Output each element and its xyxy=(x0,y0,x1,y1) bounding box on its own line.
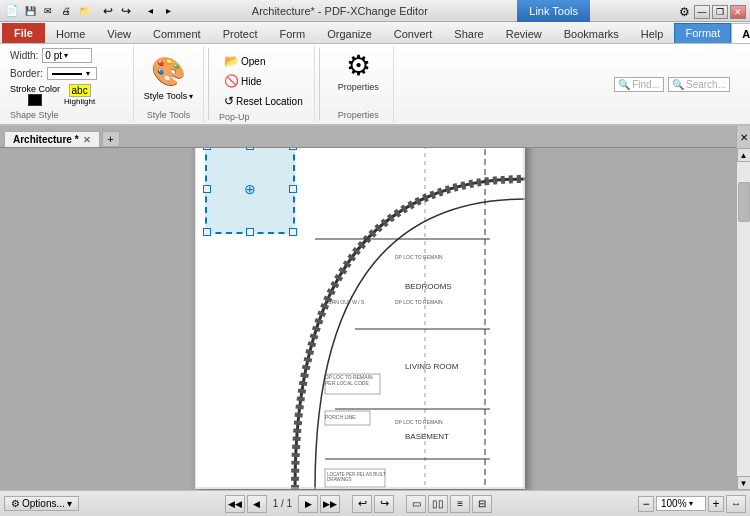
options-icon: ⚙ xyxy=(11,498,20,509)
close-button[interactable]: ✕ xyxy=(730,5,746,19)
options-button[interactable]: ⚙ Options... ▾ xyxy=(4,496,79,511)
stroke-color-btn[interactable]: Stroke Color xyxy=(10,84,60,106)
zoom-combo[interactable]: 100% ▾ xyxy=(656,496,706,511)
width-combo[interactable]: 0 pt ▾ xyxy=(42,48,92,63)
facing-view-btn[interactable]: ⊟ xyxy=(472,495,492,513)
handle-bottom-center[interactable] xyxy=(246,228,254,236)
go-back-btn[interactable]: ↩ xyxy=(352,495,372,513)
highlight-text: abc xyxy=(69,84,91,97)
popup-group-label: Pop-Up xyxy=(219,110,250,122)
sep1 xyxy=(208,48,209,120)
find-search-area: 🔍 Find... 🔍 Search... xyxy=(614,46,746,122)
ribbon-group-properties: ⚙ Properties Properties xyxy=(324,46,394,122)
tab-comment[interactable]: Comment xyxy=(142,23,212,43)
title-bar: 📄 💾 ✉ 🖨 📁 ↩ ↪ ◂ ▸ Architecture* - PDF-XC… xyxy=(0,0,750,22)
quick-print[interactable]: 🖨 xyxy=(58,3,74,19)
handle-top-right[interactable] xyxy=(289,148,297,150)
fit-width-btn[interactable]: ↔ xyxy=(726,495,746,513)
link-tools-panel: Link Tools xyxy=(517,0,590,22)
tab-protect[interactable]: Protect xyxy=(212,23,269,43)
single-page-btn[interactable]: ▭ xyxy=(406,495,426,513)
open-btn[interactable]: 📂 Open xyxy=(219,52,308,70)
doc-tab-architecture[interactable]: Architecture * ✕ xyxy=(4,131,100,147)
selection-box[interactable]: ⊕ xyxy=(205,148,295,234)
redo-btn[interactable]: ↪ xyxy=(118,3,134,19)
handle-middle-left[interactable] xyxy=(203,185,211,193)
properties-group-label: Properties xyxy=(338,108,379,120)
nav-fwd-btn[interactable]: ▸ xyxy=(160,3,176,19)
undo-btn[interactable]: ↩ xyxy=(100,3,116,19)
border-combo[interactable]: ▾ xyxy=(47,67,97,80)
minimize-button[interactable]: — xyxy=(694,5,710,19)
tab-bookmarks[interactable]: Bookmarks xyxy=(553,23,630,43)
doc-tab-add-btn[interactable]: + xyxy=(102,131,120,147)
properties-btn[interactable]: ⚙ Properties xyxy=(331,48,386,95)
scroll-view-btn[interactable]: ≡ xyxy=(450,495,470,513)
svg-text:TURN OUT W / S: TURN OUT W / S xyxy=(325,299,365,305)
tab-review[interactable]: Review xyxy=(495,23,553,43)
tab-home[interactable]: Home xyxy=(45,23,96,43)
prev-page-btn[interactable]: ◀ xyxy=(247,495,267,513)
find-bar[interactable]: 🔍 Find... xyxy=(614,77,664,92)
svg-text:PORCH LINE: PORCH LINE xyxy=(325,414,356,420)
svg-text:DP LOC TO REMAIN: DP LOC TO REMAIN xyxy=(395,299,443,305)
scroll-down-btn[interactable]: ▼ xyxy=(737,476,751,490)
scroll-up-btn[interactable]: ▲ xyxy=(737,148,751,162)
reset-location-btn[interactable]: ↺ Reset Location xyxy=(219,92,308,110)
restore-button[interactable]: ❐ xyxy=(712,5,728,19)
tab-form[interactable]: Form xyxy=(269,23,317,43)
next-page-btn[interactable]: ▶ xyxy=(298,495,318,513)
style-tools-group-label: Style Tools xyxy=(147,108,190,120)
tab-format[interactable]: Format xyxy=(674,23,731,43)
title-bar-left: 📄 💾 ✉ 🖨 📁 ↩ ↪ ◂ ▸ xyxy=(4,3,176,19)
handle-top-center[interactable] xyxy=(246,148,254,150)
status-left: ⚙ Options... ▾ xyxy=(4,496,79,511)
panel-close-btn[interactable]: ✕ xyxy=(736,126,750,148)
last-page-btn[interactable]: ▶▶ xyxy=(320,495,340,513)
status-right: − 100% ▾ + ↔ xyxy=(638,495,746,513)
quick-folder[interactable]: 📁 xyxy=(76,3,92,19)
zoom-arrow: ▾ xyxy=(689,499,693,508)
vertical-scrollbar[interactable]: ▲ ▼ xyxy=(736,148,750,490)
handle-middle-right[interactable] xyxy=(289,185,297,193)
doc-tab-close-btn[interactable]: ✕ xyxy=(83,135,91,145)
handle-bottom-right[interactable] xyxy=(289,228,297,236)
zoom-out-btn[interactable]: − xyxy=(638,496,654,512)
status-center: ◀◀ ◀ 1 / 1 ▶ ▶▶ ↩ ↪ ▭ ▯▯ ≡ ⊟ xyxy=(83,495,634,513)
first-page-btn[interactable]: ◀◀ xyxy=(225,495,245,513)
tab-help[interactable]: Help xyxy=(630,23,675,43)
two-page-btn[interactable]: ▯▯ xyxy=(428,495,448,513)
scroll-thumb[interactable] xyxy=(738,182,750,222)
tab-share[interactable]: Share xyxy=(443,23,494,43)
handle-top-left[interactable] xyxy=(203,148,211,150)
tab-convert[interactable]: Convert xyxy=(383,23,444,43)
blueprint-drawing: BEDROOMS LIVING ROOM BASEMENT DP LOC TO … xyxy=(195,148,525,489)
center-mark: ⊕ xyxy=(244,181,256,197)
canvas-area[interactable]: BEDROOMS LIVING ROOM BASEMENT DP LOC TO … xyxy=(0,148,750,490)
tab-file[interactable]: File xyxy=(2,23,45,43)
style-tools-btn[interactable]: 🎨 Style Tools ▾ xyxy=(141,48,196,104)
highlight-btn[interactable]: abc Highlight xyxy=(64,84,95,106)
settings-icon[interactable]: ⚙ xyxy=(676,4,692,20)
zoom-value: 100% xyxy=(661,498,687,509)
properties-label: Properties xyxy=(338,82,379,92)
doc-tab-bar: Architecture * ✕ + ✕ xyxy=(0,126,750,148)
tab-view[interactable]: View xyxy=(96,23,142,43)
nav-back-btn[interactable]: ◂ xyxy=(142,3,158,19)
open-icon: 📂 xyxy=(224,54,239,68)
tab-arrange[interactable]: Arrange xyxy=(731,23,750,43)
svg-text:PER LOCAL CODE: PER LOCAL CODE xyxy=(325,380,369,386)
go-fwd-btn[interactable]: ↪ xyxy=(374,495,394,513)
reset-label: Reset Location xyxy=(236,96,303,107)
options-arrow: ▾ xyxy=(67,498,72,509)
search-bar[interactable]: 🔍 Search... xyxy=(668,77,730,92)
quick-email[interactable]: ✉ xyxy=(40,3,56,19)
quick-save[interactable]: 💾 xyxy=(22,3,38,19)
scroll-track[interactable] xyxy=(737,162,750,476)
status-bar: ⚙ Options... ▾ ◀◀ ◀ 1 / 1 ▶ ▶▶ ↩ ↪ ▭ ▯▯ … xyxy=(0,490,750,516)
page-info: 1 / 1 xyxy=(269,498,296,509)
tab-organize[interactable]: Organize xyxy=(316,23,383,43)
handle-bottom-left[interactable] xyxy=(203,228,211,236)
hide-btn[interactable]: 🚫 Hide xyxy=(219,72,308,90)
zoom-in-btn[interactable]: + xyxy=(708,496,724,512)
